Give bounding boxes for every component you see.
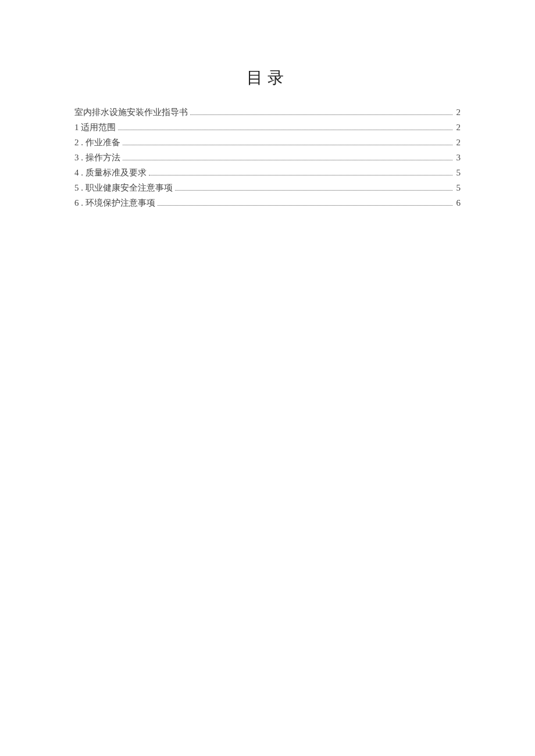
toc-entry-leader	[175, 184, 452, 191]
toc-entry-leader	[123, 154, 452, 160]
toc-entry[interactable]: 5 . 职业健康安全注意事项 5	[74, 181, 461, 195]
toc-entry-label: 2 . 作业准备	[74, 135, 120, 149]
toc-entry-leader	[158, 199, 452, 206]
toc-entry-page: 3	[455, 151, 461, 164]
toc-entry-page: 5	[455, 181, 461, 195]
toc-entry[interactable]: 1 适用范围 2	[74, 120, 461, 134]
toc-entry-page: 2	[455, 105, 461, 119]
toc-list: 室内排水设施安装作业指导书 2 1 适用范围 2 2 . 作业准备 2 3 . …	[74, 105, 461, 210]
toc-title: 目录	[74, 67, 461, 89]
page-container: 目录 室内排水设施安装作业指导书 2 1 适用范围 2 2 . 作业准备 2 3…	[0, 0, 535, 210]
toc-entry-page: 2	[455, 120, 461, 134]
toc-entry[interactable]: 室内排水设施安装作业指导书 2	[74, 105, 461, 119]
toc-entry-leader	[149, 169, 452, 175]
toc-entry-leader	[118, 124, 452, 130]
toc-entry-label: 1 适用范围	[74, 120, 116, 134]
toc-entry[interactable]: 3 . 操作方法 3	[74, 151, 461, 164]
toc-entry-label: 4 . 质量标准及要求	[74, 166, 147, 180]
toc-entry-page: 2	[455, 135, 461, 149]
toc-entry-label: 6 . 环境保护注意事项	[74, 196, 155, 210]
toc-entry-page: 5	[455, 166, 461, 180]
toc-entry[interactable]: 2 . 作业准备 2	[74, 135, 461, 149]
toc-entry[interactable]: 6 . 环境保护注意事项 6	[74, 196, 461, 210]
toc-entry-label: 室内排水设施安装作业指导书	[74, 105, 188, 119]
toc-entry-page: 6	[455, 196, 461, 210]
toc-entry[interactable]: 4 . 质量标准及要求 5	[74, 166, 461, 180]
toc-entry-leader	[123, 139, 452, 145]
toc-entry-label: 3 . 操作方法	[74, 151, 120, 164]
toc-entry-label: 5 . 职业健康安全注意事项	[74, 181, 173, 195]
toc-entry-leader	[190, 109, 452, 115]
